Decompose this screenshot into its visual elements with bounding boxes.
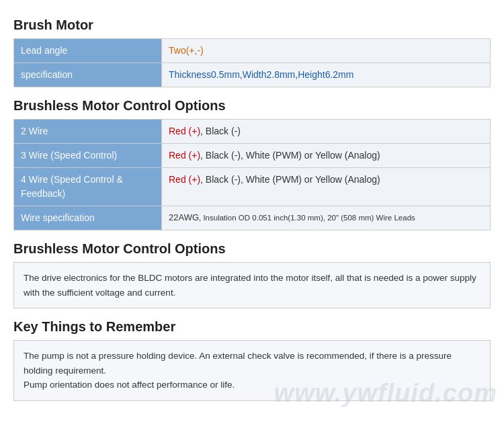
key-things-title: Key Things to Remember [13,319,491,335]
key-things-line2: Pump orientation does not affect perform… [24,380,235,390]
black-text-3: Black (-) [206,150,241,161]
table-row: 3 Wire (Speed Control) Red (+), Black (-… [14,144,491,168]
brushless-description: The drive electronics for the BLDC motor… [13,262,491,308]
brush-motor-table: Lead angle Two(+,-) specification Thickn… [13,38,491,87]
brushless-desc-text: The drive electronics for the BLDC motor… [24,273,476,298]
black-text-4: Black (-) [206,174,241,185]
value-cell: Thickness0.5mm,Width2.8mm,Height6.2mm [162,63,491,87]
value-cell-4wire: Red (+), Black (-), White (PWM) or Yello… [162,168,491,206]
red-text-4: Red (+) [169,174,200,185]
red-text-3: Red (+) [169,150,200,161]
table-row: specification Thickness0.5mm,Width2.8mm,… [14,63,491,87]
label-cell: Lead angle [14,39,162,63]
label-cell-2wire: 2 Wire [14,120,162,144]
wirespec-detail: , Insulation OD 0.051 inch(1.30 mm), 20"… [199,214,415,222]
value-cell-wirespec: 22AWG, Insulation OD 0.051 inch(1.30 mm)… [162,206,491,230]
value-cell: Two(+,-) [162,39,491,63]
red-text: Red (+) [169,126,200,136]
white-text-4: , White (PWM) or Yellow (Analog) [241,174,380,185]
brush-motor-title: Brush Motor [13,17,491,33]
brushless-options-1-title: Brushless Motor Control Options [13,98,491,114]
label-cell: specification [14,63,162,87]
black-text: Black (-) [206,126,241,136]
key-things-box: The pump is not a pressure holding devic… [13,340,491,401]
awg-text: 22AWG [169,212,199,222]
label-cell-4wire: 4 Wire (Speed Control & Feedback) [14,168,162,206]
key-things-line1: The pump is not a pressure holding devic… [24,351,452,376]
specification-value: Thickness0.5mm,Width2.8mm,Height6.2mm [169,69,353,80]
comma-3: , [200,150,206,161]
brushless-options-2-title: Brushless Motor Control Options [13,241,491,257]
table-row: Wire specification 22AWG, Insulation OD … [14,206,491,230]
value-cell-3wire: Red (+), Black (-), White (PWM) or Yello… [162,144,491,168]
comma-4: , [200,174,206,185]
lead-angle-value: Two(+,-) [169,45,204,56]
label-cell-wirespec: Wire specification [14,206,162,230]
table-row: 2 Wire Red (+), Black (-) [14,120,491,144]
label-cell-3wire: 3 Wire (Speed Control) [14,144,162,168]
table-row: Lead angle Two(+,-) [14,39,491,63]
table-row: 4 Wire (Speed Control & Feedback) Red (+… [14,168,491,206]
brushless-options-table-1: 2 Wire Red (+), Black (-) 3 Wire (Speed … [13,119,491,230]
comma-text: , [200,126,206,136]
value-cell-2wire: Red (+), Black (-) [162,120,491,144]
white-text-3: , White (PWM) or Yellow (Analog) [241,150,380,161]
